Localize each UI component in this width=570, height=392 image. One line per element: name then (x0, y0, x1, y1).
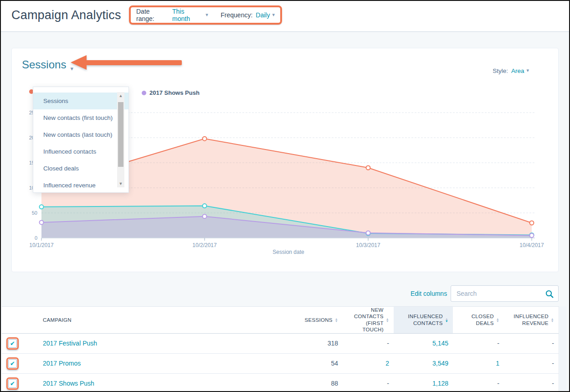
cell-link[interactable]: 1 (496, 360, 499, 367)
edit-columns-link[interactable]: Edit columns (411, 290, 447, 297)
legend-item[interactable]: 2017 Shows Push (142, 89, 200, 96)
column-label: SESSIONS (305, 317, 333, 323)
cell-influenced_revenue: - (504, 333, 559, 353)
sort-icon[interactable]: ▲▼ (496, 318, 499, 322)
style-dropdown[interactable]: Area (511, 67, 524, 74)
scroll-down-icon[interactable]: ▼ (117, 180, 124, 187)
chevron-down-icon: ▾ (526, 67, 529, 73)
cell-influenced_revenue: - (504, 353, 559, 373)
column-header-campaign: CAMPAIGN (38, 307, 293, 334)
frequency-label: Frequency: (221, 11, 252, 19)
popup-scrollbar[interactable]: ▲ ▼ (117, 92, 124, 187)
cell-campaign: 2017 Festival Push (38, 333, 293, 353)
cell-value: - (552, 340, 554, 347)
cell-influenced_contacts: 3,549 (394, 353, 453, 373)
frequency-dropdown[interactable]: Daily (256, 11, 270, 19)
metric-option-new-contacts-first-touch-[interactable]: New contacts (first touch) (33, 109, 116, 126)
cell-link[interactable]: 3,549 (432, 360, 448, 367)
sort-icon[interactable]: ▲▼ (386, 318, 389, 322)
column-label: CAMPAIGN (43, 317, 72, 323)
cell-campaign: 2017 Shows Push (38, 373, 293, 392)
row-checkbox[interactable]: ✔ (8, 339, 17, 348)
cell-new_contacts: - (343, 333, 394, 353)
cell-closed_deals: 1 (453, 353, 504, 373)
svg-text:0: 0 (35, 235, 37, 241)
cell-link[interactable]: 1,128 (432, 380, 448, 387)
page-title: Campaign Analytics (11, 8, 121, 22)
scrollbar-thumb[interactable] (118, 102, 123, 167)
column-label: CLOSED DEALS (457, 313, 494, 326)
column-header-closed_deals[interactable]: CLOSED DEALS▲▼ (453, 307, 504, 334)
campaign-analytics-screen: Campaign Analytics Date range: This mont… (0, 0, 570, 392)
sort-icon[interactable]: ▲▼ (445, 318, 448, 322)
top-header-band: Campaign Analytics Date range: This mont… (1, 1, 569, 32)
cell-link[interactable]: 2017 Festival Push (43, 340, 97, 347)
cell-link[interactable]: 5,145 (432, 340, 448, 347)
search-input[interactable] (451, 286, 558, 301)
cell-value: 54 (331, 360, 338, 367)
cell-value: - (497, 380, 499, 387)
table-row: ✔2017 Festival Push318-5,145-- (2, 333, 559, 353)
cell-sessions: 318 (293, 333, 343, 353)
cell-value: - (497, 340, 499, 347)
annotation-highlight-checkbox: ✔ (6, 357, 19, 370)
svg-text:10/3/2017: 10/3/2017 (356, 242, 380, 248)
cell-new_contacts: 2 (343, 353, 394, 373)
date-range-label: Date range: (136, 8, 169, 22)
svg-text:50: 50 (32, 210, 37, 216)
column-header-checkbox (2, 307, 38, 334)
cell-sessions: 88 (293, 373, 343, 392)
metric-title: Sessions (22, 58, 66, 71)
cell-value: 318 (328, 340, 338, 347)
row-checkbox-cell: ✔ (2, 333, 38, 353)
sort-icon[interactable]: ▲▼ (335, 318, 338, 322)
column-label: NEW CONTACTS (FIRST TOUCH) (347, 307, 384, 333)
metric-option-influenced-contacts[interactable]: Influenced contacts (33, 143, 116, 160)
legend-label: 2017 Shows Push (149, 89, 200, 96)
style-picker: Style: Area ▾ (493, 67, 529, 74)
row-checkbox[interactable]: ✔ (8, 359, 17, 368)
sort-icon[interactable]: ▲▼ (551, 318, 554, 322)
cell-link[interactable]: 2017 Shows Push (43, 380, 94, 387)
chevron-down-icon: ▾ (272, 12, 275, 18)
metric-dropdown-menu: SessionsNew contacts (first touch)New co… (33, 87, 129, 193)
svg-text:10/4/2017: 10/4/2017 (519, 242, 544, 248)
search-icon[interactable] (545, 289, 554, 299)
cell-sessions: 54 (293, 353, 343, 373)
cell-influenced_contacts: 5,145 (394, 333, 453, 353)
table-row: ✔2017 Shows Push88-1,128-- (2, 373, 559, 392)
metric-option-closed-deals[interactable]: Closed deals (33, 160, 116, 177)
metric-option-new-contacts-last-touch-[interactable]: New contacts (last touch) (33, 126, 116, 143)
metric-menu-list: SessionsNew contacts (first touch)New co… (33, 93, 116, 193)
cell-closed_deals: - (453, 333, 504, 353)
table-scrollbar-track[interactable] (559, 306, 566, 391)
arrow-head (71, 55, 87, 70)
annotation-highlight-checkbox: ✔ (6, 377, 19, 390)
column-label: INFLUENCED REVENUE (508, 313, 549, 326)
svg-text:10/1/2017: 10/1/2017 (29, 242, 54, 248)
row-checkbox-cell: ✔ (2, 353, 38, 373)
cell-link[interactable]: 2 (385, 360, 389, 367)
column-label: INFLUENCED CONTACTS (398, 313, 443, 326)
cell-value: 88 (331, 380, 338, 387)
row-checkbox[interactable]: ✔ (8, 379, 17, 388)
annotation-highlight-checkbox: ✔ (6, 337, 19, 350)
metric-selector[interactable]: Sessions▾ (22, 58, 73, 71)
style-label: Style: (493, 67, 508, 74)
date-range-dropdown[interactable]: This month (172, 8, 203, 22)
cell-link[interactable]: 2017 Promos (43, 360, 81, 367)
table-row: ✔2017 Promos5423,5491- (2, 353, 559, 373)
scroll-up-icon[interactable]: ▲ (117, 92, 124, 99)
column-header-influenced_contacts[interactable]: INFLUENCED CONTACTS▲▼ (394, 307, 453, 334)
annotation-highlight-filters: Date range: This month ▾ Frequency: Dail… (129, 5, 282, 25)
cell-campaign: 2017 Promos (38, 353, 293, 373)
column-header-sessions[interactable]: SESSIONS▲▼ (293, 307, 343, 334)
metric-option-sessions[interactable]: Sessions (33, 93, 128, 109)
column-header-influenced_revenue[interactable]: INFLUENCED REVENUE▲▼ (504, 307, 559, 334)
chevron-down-icon: ▾ (205, 12, 208, 18)
arrow-shaft (86, 60, 182, 65)
metric-option-influenced-revenue[interactable]: Influenced revenue (33, 177, 116, 193)
column-header-new_contacts[interactable]: NEW CONTACTS (FIRST TOUCH)▲▼ (343, 307, 394, 334)
cell-new_contacts: - (343, 373, 394, 392)
cell-influenced_revenue: - (504, 373, 559, 392)
